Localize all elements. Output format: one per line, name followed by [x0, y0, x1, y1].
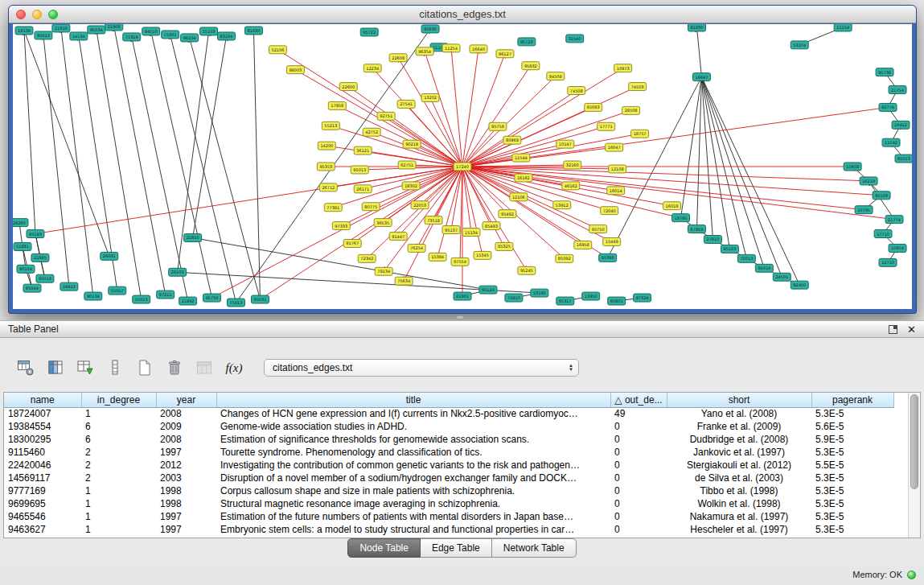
graph-node[interactable]: 22053 [411, 201, 429, 209]
graph-node[interactable]: 91447 [389, 233, 407, 241]
graph-node[interactable]: 95245 [518, 266, 536, 274]
graph-node[interactable]: 92774 [879, 103, 897, 111]
tab-edge-table[interactable]: Edge Table [421, 538, 492, 558]
graph-node[interactable]: 75910 [505, 294, 523, 302]
graph-node[interactable]: 11542 [882, 138, 900, 146]
graph-node[interactable]: 11154 [834, 24, 852, 31]
graph-node[interactable]: 85092 [556, 254, 573, 262]
graph-node[interactable]: 72040 [601, 207, 618, 215]
graph-node[interactable]: 12106 [510, 193, 528, 201]
graph-node[interactable]: 12710 [879, 258, 897, 266]
graph-node[interactable]: 85901 [608, 297, 626, 305]
graph-node[interactable]: 97324 [634, 294, 651, 302]
show-columns-button[interactable] [44, 356, 67, 379]
graph-node[interactable]: 27541 [397, 100, 415, 108]
graph-node[interactable]: 96354 [416, 47, 433, 56]
graph-node[interactable]: 85083 [585, 103, 602, 111]
graph-node[interactable]: 10973 [614, 64, 632, 72]
graph-node[interactable]: 15449 [603, 238, 621, 246]
graph-node[interactable]: 26171 [354, 185, 372, 193]
table-scrollbar[interactable] [908, 393, 920, 538]
column-header-pagerank[interactable]: pagerank [811, 393, 893, 407]
table-row[interactable]: 1456911722003Disruption of a novel membe… [4, 472, 893, 484]
graph-node[interactable]: 22608 [389, 54, 407, 62]
graph-node[interactable]: 95722 [360, 28, 378, 36]
table-row[interactable]: 1938455462009Genome-wide association stu… [4, 420, 893, 433]
tab-network-table[interactable]: Network Table [492, 538, 577, 558]
graph-node[interactable]: 22600 [339, 83, 357, 91]
graph-node[interactable]: 18138 [15, 27, 33, 35]
table-row[interactable]: 969969511998Structural magnetic resonanc… [4, 497, 893, 510]
graph-node[interactable]: 53190 [531, 289, 548, 297]
graph-node[interactable]: 18757 [631, 130, 649, 138]
graph-node[interactable]: 27910 [704, 236, 721, 244]
graph-node[interactable]: 81630 [244, 27, 262, 35]
graph-node[interactable]: 53912 [553, 201, 571, 209]
graph-node[interactable]: 95723 [518, 38, 536, 46]
column-header-title[interactable]: title [216, 393, 610, 407]
graph-node[interactable]: 16047 [606, 143, 623, 151]
column-header-in_degree[interactable]: in_degree [81, 393, 156, 407]
graph-node[interactable]: 28508 [622, 106, 640, 114]
table-row[interactable]: 946554611997Estimation of the future num… [4, 510, 893, 523]
graph-node[interactable]: 26712 [319, 183, 337, 192]
graph-node[interactable]: 95750 [589, 225, 607, 233]
graph-node[interactable]: 16219 [860, 177, 877, 185]
graph-node[interactable]: 90219 [403, 140, 421, 148]
graph-node[interactable]: 36121 [354, 146, 372, 154]
citation-network-graph[interactable]: 1813895013213161413495034219087531994510… [13, 24, 912, 309]
graph-node[interactable]: 67919 [688, 225, 705, 233]
graph-node[interactable]: 94509 [547, 72, 565, 80]
graph-node[interactable]: 31540 [566, 35, 584, 43]
graph-node[interactable]: 21316 [52, 24, 70, 32]
graph-node[interactable]: 81830 [688, 24, 705, 31]
table-settings-button[interactable] [14, 356, 37, 379]
graph-node[interactable]: 24501 [773, 273, 791, 281]
graph-node[interactable]: 21774 [885, 216, 903, 224]
graph-node[interactable]: 95738 [876, 68, 893, 76]
tab-node-table[interactable]: Node Table [347, 538, 421, 558]
graph-node[interactable]: 13202 [421, 94, 439, 102]
graph-node[interactable]: 76254 [408, 244, 425, 252]
panel-splitter-handle[interactable] [456, 315, 464, 319]
graph-node[interactable]: 95013 [36, 274, 54, 282]
graph-node[interactable]: 80969 [503, 136, 521, 144]
graph-node[interactable]: 83104 [218, 32, 236, 40]
graph-node[interactable]: 95124 [479, 286, 497, 294]
graph-node[interactable]: 26260 [13, 219, 28, 227]
graph-node[interactable]: 95832 [522, 62, 540, 70]
graph-node[interactable]: 96104 [181, 34, 199, 42]
graph-node[interactable]: 21908 [105, 24, 123, 31]
close-panel-icon[interactable]: ✕ [907, 325, 916, 334]
function-builder-button[interactable]: f(x) [223, 356, 245, 379]
graph-node[interactable]: 21985 [31, 253, 49, 262]
graph-node[interactable]: 16412 [892, 121, 910, 129]
graph-node[interactable]: 32160 [564, 161, 581, 169]
graph-node[interactable]: 75013 [737, 254, 755, 262]
graph-node[interactable]: 16162 [515, 174, 532, 182]
graph-node[interactable]: 62751 [398, 161, 416, 169]
graph-node[interactable]: 16647 [692, 73, 710, 81]
graph-node[interactable]: 21901 [454, 292, 471, 300]
table-row[interactable]: 946362711997Embryonic stem cells: a mode… [4, 523, 893, 536]
graph-node[interactable]: 21754 [889, 86, 906, 94]
graph-node[interactable]: 95034 [88, 26, 105, 34]
graph-node[interactable]: 94510 [142, 27, 160, 35]
graph-node[interactable]: 95492 [499, 210, 516, 218]
graph-node[interactable]: 21892 [179, 297, 197, 305]
column-header-year[interactable]: year [156, 393, 216, 407]
graph-node[interactable]: 21855 [184, 234, 202, 242]
graph-node[interactable]: 85325 [495, 242, 513, 250]
graph-node[interactable]: 52106 [269, 46, 286, 54]
graph-node[interactable]: 18795 [672, 214, 690, 222]
graph-node[interactable]: 96127 [496, 50, 514, 58]
graph-node[interactable]: 18302 [402, 182, 420, 190]
graph-node[interactable]: 26031 [101, 252, 118, 260]
graph-node[interactable]: 95750 [203, 294, 221, 302]
graph-node[interactable]: 15958 [844, 163, 861, 171]
graph-node[interactable]: 74503 [629, 83, 647, 91]
graph-node[interactable]: 95013 [895, 154, 912, 163]
graph-node[interactable]: 77391 [324, 204, 342, 212]
graph-node[interactable]: 10795 [855, 206, 873, 214]
graph-node[interactable]: 51931 [14, 242, 31, 250]
